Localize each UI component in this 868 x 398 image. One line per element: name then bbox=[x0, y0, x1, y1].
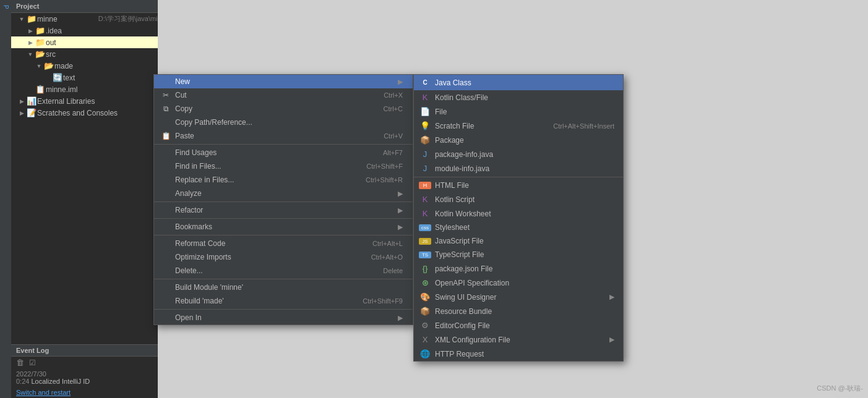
tree-item-minne[interactable]: ▼ 📁 minne D:\学习案例\java\minne bbox=[11, 13, 169, 25]
menu-item-cut[interactable]: ✂ Cut Ctrl+X bbox=[154, 88, 413, 102]
editorconfig-icon: ⚙ bbox=[419, 321, 431, 330]
project-tool-icon[interactable]: P bbox=[2, 5, 9, 9]
open-in-label: Open In bbox=[175, 313, 393, 322]
submenu-js-file[interactable]: JS JavaScript File bbox=[414, 234, 623, 248]
kotlin-class-icon: K bbox=[419, 93, 431, 102]
submenu-html[interactable]: H HTML File bbox=[414, 179, 623, 192]
submenu-stylesheet[interactable]: css Stylesheet bbox=[414, 221, 623, 234]
xml-arrow: ▶ bbox=[609, 336, 614, 344]
swing-label: Swing UI Designer bbox=[435, 293, 609, 302]
submenu-kotlin-script[interactable]: K Kotlin Script bbox=[414, 192, 623, 206]
menu-item-copy-path[interactable]: Copy Path/Reference... bbox=[154, 116, 413, 129]
reformat-label: Reformat Code bbox=[175, 239, 360, 248]
menu-item-analyze[interactable]: Analyze ▶ bbox=[154, 187, 413, 200]
submenu-openapi[interactable]: ⊛ OpenAPI Specification bbox=[414, 276, 623, 290]
event-log: Event Log 🗑 ☑ 2022/7/30 0:24 Localized I… bbox=[11, 344, 169, 398]
menu-item-find-files[interactable]: Find in Files... Ctrl+Shift+F bbox=[154, 159, 413, 173]
analyze-label: Analyze bbox=[175, 189, 393, 198]
kotlin-worksheet-label: Kotlin Worksheet bbox=[435, 210, 614, 218]
submenu-package[interactable]: 📦 Package bbox=[414, 133, 623, 147]
bookmarks-label: Bookmarks bbox=[175, 222, 393, 231]
arrow-scratches: ▶ bbox=[17, 110, 26, 116]
arrow-text bbox=[43, 75, 52, 81]
copy-shortcut: Ctrl+C bbox=[384, 105, 403, 112]
build-module-label: Build Module 'minne' bbox=[175, 283, 403, 292]
submenu-swing-ui[interactable]: 🎨 Swing UI Designer ▶ bbox=[414, 290, 623, 304]
cut-label: Cut bbox=[175, 91, 371, 100]
stylesheet-label: Stylesheet bbox=[435, 223, 614, 232]
delete-shortcut: Delete bbox=[383, 267, 403, 274]
ts-label: TypeScript File bbox=[435, 250, 614, 259]
submenu-sep1 bbox=[414, 177, 623, 177]
stylesheet-icon: css bbox=[419, 224, 431, 231]
tree-item-ext-libs[interactable]: ▶ 📊 External Libraries bbox=[11, 95, 169, 107]
menu-item-find-usages[interactable]: Find Usages Alt+F7 bbox=[154, 144, 413, 159]
menu-item-reformat[interactable]: Reformat Code Ctrl+Alt+L bbox=[154, 235, 413, 250]
menu-item-bookmarks[interactable]: Bookmarks ▶ bbox=[154, 218, 413, 234]
bookmarks-arrow: ▶ bbox=[398, 223, 403, 231]
package-json-icon: {} bbox=[419, 264, 431, 273]
kotlin-class-label: Kotlin Class/File bbox=[435, 93, 614, 102]
log-text: Localized IntelliJ ID bbox=[31, 378, 90, 385]
submenu-http-request[interactable]: 🌐 HTTP Request bbox=[414, 347, 623, 361]
find-files-label: Find in Files... bbox=[175, 162, 354, 171]
http-label: HTTP Request bbox=[435, 350, 614, 358]
file-label: File bbox=[435, 108, 614, 116]
tree-item-minne-iml[interactable]: 📋 minne.iml bbox=[11, 83, 169, 95]
tree-item-src[interactable]: ▼ 📂 src bbox=[11, 48, 169, 60]
file-icon: 📄 bbox=[419, 107, 431, 116]
menu-item-replace-files[interactable]: Replace in Files... Ctrl+Shift+R bbox=[154, 173, 413, 187]
submenu-xml-config[interactable]: X XML Configuration File ▶ bbox=[414, 332, 623, 347]
replace-files-label: Replace in Files... bbox=[175, 176, 353, 184]
menu-item-delete[interactable]: Delete... Delete bbox=[154, 264, 413, 277]
tree-label-minne: minne bbox=[37, 15, 95, 23]
submenu-package-json[interactable]: {} package.json File bbox=[414, 261, 623, 276]
menu-item-optimize[interactable]: Optimize Imports Ctrl+Alt+O bbox=[154, 250, 413, 264]
submenu-kotlin-worksheet[interactable]: K Kotlin Worksheet bbox=[414, 206, 623, 221]
check-icon: ☑ bbox=[29, 358, 36, 367]
rebuild-shortcut: Ctrl+Shift+F9 bbox=[363, 297, 403, 305]
submenu-module-info[interactable]: J module-info.java bbox=[414, 161, 623, 176]
submenu-package-info[interactable]: J package-info.java bbox=[414, 147, 623, 161]
menu-item-rebuild[interactable]: Rebuild 'made' Ctrl+Shift+F9 bbox=[154, 294, 413, 308]
refactor-label: Refactor bbox=[175, 206, 393, 214]
switch-restart-row: Switch and restart bbox=[11, 387, 169, 398]
folder-icon-minne: 📁 bbox=[26, 14, 37, 23]
ts-icon: TS bbox=[419, 252, 431, 258]
menu-item-refactor[interactable]: Refactor ▶ bbox=[154, 201, 413, 217]
tree-item-made[interactable]: ▼ 📂 made bbox=[11, 60, 169, 72]
copy-path-label: Copy Path/Reference... bbox=[175, 118, 403, 127]
rebuild-label: Rebuild 'made' bbox=[175, 297, 350, 305]
menu-item-build-module[interactable]: Build Module 'minne' bbox=[154, 279, 413, 294]
event-log-title: Event Log bbox=[11, 345, 169, 357]
submenu-ts-file[interactable]: TS TypeScript File bbox=[414, 248, 623, 261]
tree-item-text[interactable]: 🔄 text bbox=[11, 72, 169, 83]
folder-icon-idea: 📁 bbox=[35, 26, 46, 35]
tree-item-out[interactable]: ▶ 📁 out bbox=[11, 36, 169, 48]
switch-and-restart-link[interactable]: Switch and restart bbox=[16, 389, 71, 396]
folder-icon-made: 📂 bbox=[43, 61, 54, 70]
arrow-made: ▼ bbox=[35, 63, 43, 69]
event-log-actions: 🗑 ☑ bbox=[11, 357, 169, 368]
submenu-scratch-file[interactable]: 💡 Scratch File Ctrl+Alt+Shift+Insert bbox=[414, 119, 623, 133]
http-icon: 🌐 bbox=[419, 349, 431, 358]
submenu-editorconfig[interactable]: ⚙ EditorConfig File bbox=[414, 318, 623, 332]
submenu-java-class[interactable]: C Java Class bbox=[414, 75, 623, 90]
folder-icon-out: 📁 bbox=[35, 38, 46, 47]
package-label: Package bbox=[435, 136, 614, 145]
new-submenu: C Java Class K Kotlin Class/File 📄 File … bbox=[413, 74, 624, 362]
menu-item-copy[interactable]: ⧉ Copy Ctrl+C bbox=[154, 102, 413, 116]
tree-item-idea[interactable]: ▶ 📁 .idea bbox=[11, 25, 169, 36]
submenu-kotlin-class[interactable]: K Kotlin Class/File bbox=[414, 90, 623, 104]
package-info-icon: J bbox=[419, 150, 431, 159]
menu-item-paste[interactable]: 📋 Paste Ctrl+V bbox=[154, 129, 413, 143]
java-class-icon: C bbox=[419, 77, 431, 88]
submenu-resource-bundle[interactable]: 📦 Resource Bundle bbox=[414, 304, 623, 318]
kotlin-script-label: Kotlin Script bbox=[435, 195, 614, 204]
clear-log-icon[interactable]: 🗑 bbox=[16, 358, 24, 367]
menu-item-new[interactable]: New ▶ bbox=[154, 75, 413, 88]
scratches-icon: 📝 bbox=[26, 108, 37, 117]
menu-item-open-in[interactable]: Open In ▶ bbox=[154, 309, 413, 324]
submenu-file[interactable]: 📄 File bbox=[414, 104, 623, 119]
tree-item-scratches[interactable]: ▶ 📝 Scratches and Consoles bbox=[11, 107, 169, 119]
